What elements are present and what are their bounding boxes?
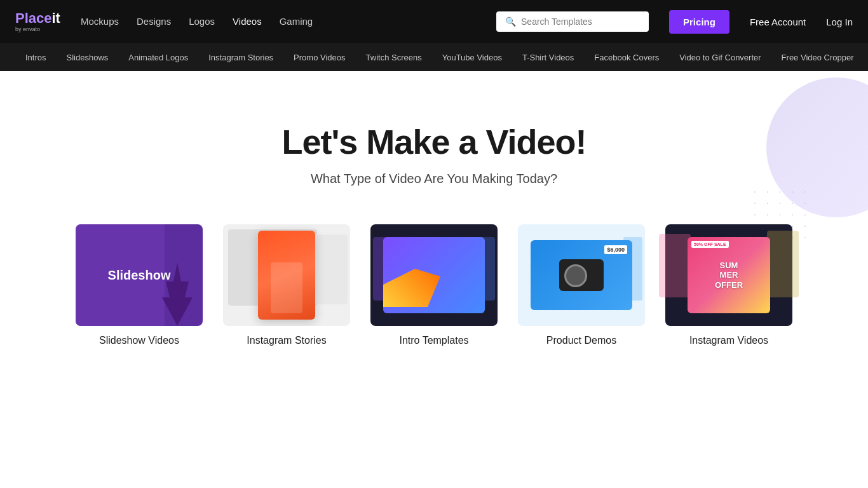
ig-back2 [767, 231, 799, 297]
hero-subtitle: What Type of Video Are You Making Today? [15, 172, 853, 186]
logo[interactable]: Placeit by envato [15, 11, 60, 32]
intro-main [383, 237, 485, 313]
card-slideshow-videos[interactable]: Slideshow Slideshow Videos [76, 224, 203, 346]
search-icon: 🔍 [505, 17, 516, 27]
subnav-video-gif[interactable]: Video to Gif Converter [669, 43, 771, 71]
subnav-intros[interactable]: Intros [15, 43, 57, 71]
cards-section: Slideshow Slideshow Videos Instagram Sto… [0, 212, 868, 384]
card-slideshow-visual: Slideshow [76, 224, 203, 326]
card-slideshow-label: Slideshow Videos [99, 335, 179, 346]
insta-main [258, 231, 315, 320]
hero-section: Let's Make a Video! What Type of Video A… [0, 71, 868, 212]
card-intro-label: Intro Templates [399, 335, 468, 346]
main-content: Let's Make a Video! What Type of Video A… [0, 71, 868, 452]
card-intro-templates[interactable]: Intro Templates [370, 224, 498, 346]
sub-nav: Intros Slideshows Animated Logos Instagr… [0, 43, 868, 71]
logo-sub: by envato [15, 27, 60, 32]
ig-sale-text: SUMMEROFFER [715, 261, 743, 290]
subnav-promo-videos[interactable]: Promo Videos [283, 43, 355, 71]
pricing-button[interactable]: Pricing [669, 10, 729, 34]
free-account-link[interactable]: Free Account [750, 17, 806, 27]
main-nav: Mockups Designs Logos Videos Gaming [81, 16, 313, 27]
ig-badge: 50% OFF SALE [691, 241, 729, 248]
logo-text: Placeit [15, 11, 60, 25]
header: Placeit by envato Mockups Designs Logos … [0, 0, 868, 43]
hero-title: Let's Make a Video! [15, 122, 853, 161]
card-product-demos[interactable]: $6,000 Product Demos [518, 224, 645, 346]
product-main: $6,000 [531, 240, 632, 310]
subnav-facebook-covers[interactable]: Facebook Covers [584, 43, 669, 71]
subnav-free-cropper[interactable]: Free Video Cropper [771, 43, 864, 71]
subnav-twitch-screens[interactable]: Twitch Screens [356, 43, 432, 71]
subnav-instagram-stories[interactable]: Instagram Stories [198, 43, 283, 71]
subnav-animated-logos[interactable]: Animated Logos [118, 43, 198, 71]
ig-main: 50% OFF SALE SUMMEROFFER [688, 237, 770, 313]
insta-dancer [271, 262, 302, 313]
product-camera [559, 259, 604, 291]
card-intro-visual [370, 224, 498, 326]
nav-mockups[interactable]: Mockups [81, 16, 119, 27]
nav-logos[interactable]: Logos [189, 16, 215, 27]
product-price: $6,000 [604, 245, 627, 254]
card-ig-label: Instagram Videos [689, 335, 768, 346]
nav-designs[interactable]: Designs [137, 16, 171, 27]
subnav-slideshows[interactable]: Slideshows [57, 43, 119, 71]
card-instagram-visual [223, 224, 350, 326]
intro-brush [383, 269, 440, 307]
subnav-youtube-videos[interactable]: YouTube Videos [432, 43, 512, 71]
card-ig-videos[interactable]: 50% OFF SALE SUMMEROFFER Instagram Video… [665, 224, 792, 346]
card-product-visual: $6,000 [518, 224, 645, 326]
card-ig-visual: 50% OFF SALE SUMMEROFFER [665, 224, 792, 326]
card-product-label: Product Demos [546, 335, 616, 346]
login-link[interactable]: Log In [826, 17, 853, 27]
search-input[interactable] [521, 17, 640, 27]
subnav-tshirt-videos[interactable]: T-Shirt Videos [512, 43, 584, 71]
nav-videos[interactable]: Videos [233, 16, 262, 27]
ig-back [659, 234, 691, 297]
nav-gaming[interactable]: Gaming [280, 16, 313, 27]
card-instagram-label: Instagram Stories [247, 335, 326, 346]
card-instagram-stories[interactable]: Instagram Stories [223, 224, 350, 346]
slideshow-label-visual: Slideshow [108, 268, 171, 283]
search-box[interactable]: 🔍 [496, 11, 649, 32]
